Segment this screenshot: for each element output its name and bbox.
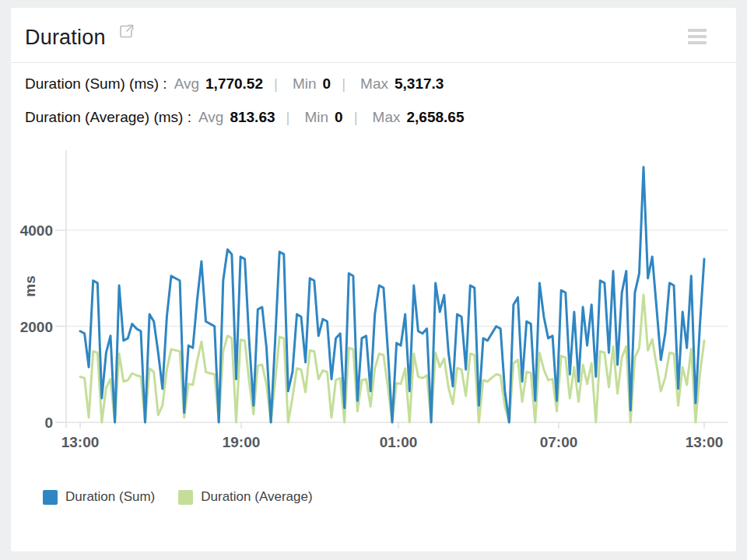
svg-text:ms: ms xyxy=(22,275,38,296)
svg-text:01:00: 01:00 xyxy=(380,434,418,450)
page-title: Duration xyxy=(25,26,106,50)
svg-text:2000: 2000 xyxy=(20,319,53,335)
average-avg-value: 813.63 xyxy=(230,109,275,126)
average-min-label: Min xyxy=(304,109,328,126)
duration-widget: Duration Duration (Sum) (ms) : Avg 1,770… xyxy=(11,8,736,551)
separator: | xyxy=(342,75,345,93)
separator: | xyxy=(274,75,278,93)
legend-item-sum[interactable]: Duration (Sum) xyxy=(43,489,155,505)
svg-text:13:00: 13:00 xyxy=(686,434,724,450)
average-min-value: 0 xyxy=(335,109,343,126)
duration-chart: 02000400013:0019:0001:0007:0013:00ms xyxy=(11,142,736,453)
separator: | xyxy=(286,109,290,126)
sum-max-label: Max xyxy=(360,75,388,93)
separator: | xyxy=(354,109,358,126)
summary-stats: Duration (Sum) (ms) : Avg 1,770.52 | Min… xyxy=(11,63,736,126)
sum-min-label: Min xyxy=(293,75,317,93)
svg-text:4000: 4000 xyxy=(20,222,53,239)
svg-text:07:00: 07:00 xyxy=(540,434,578,450)
sum-legend-label: Duration (Sum) xyxy=(65,489,155,505)
average-max-value: 2,658.65 xyxy=(407,109,465,126)
widget-header: Duration xyxy=(11,8,736,63)
sum-avg-value: 1,770.52 xyxy=(205,75,263,93)
svg-text:13:00: 13:00 xyxy=(61,434,100,450)
average-legend-label: Duration (Average) xyxy=(201,489,312,505)
sum-avg-label: Avg xyxy=(174,75,199,93)
average-max-label: Max xyxy=(373,109,401,126)
chart-area[interactable]: 02000400013:0019:0001:0007:0013:00ms xyxy=(11,142,736,453)
external-link-icon[interactable] xyxy=(118,23,135,40)
legend-item-average[interactable]: Duration (Average) xyxy=(178,489,312,505)
average-stat-label: Duration (Average) (ms) : xyxy=(25,109,191,126)
svg-text:0: 0 xyxy=(44,415,53,431)
sum-stat-line: Duration (Sum) (ms) : Avg 1,770.52 | Min… xyxy=(25,75,722,93)
chart-legend: Duration (Sum) Duration (Average) xyxy=(43,489,736,505)
menu-icon[interactable] xyxy=(688,29,707,44)
sum-legend-swatch xyxy=(43,490,58,505)
sum-stat-label: Duration (Sum) (ms) : xyxy=(25,75,167,93)
average-avg-label: Avg xyxy=(198,109,223,126)
sum-min-value: 0 xyxy=(323,75,331,93)
svg-text:19:00: 19:00 xyxy=(223,434,261,450)
sum-max-value: 5,317.3 xyxy=(395,75,444,93)
average-legend-swatch xyxy=(178,490,193,505)
average-stat-line: Duration (Average) (ms) : Avg 813.63 | M… xyxy=(25,109,722,126)
